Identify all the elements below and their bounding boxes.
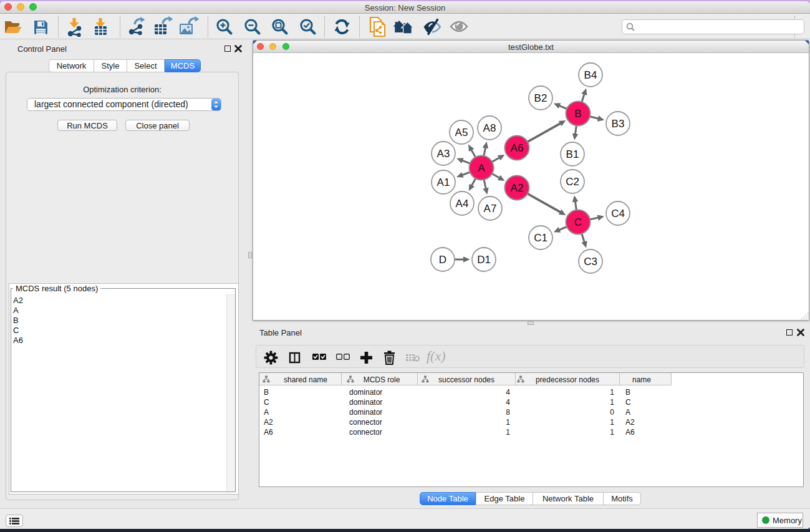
svg-text:A6: A6: [511, 142, 524, 154]
svg-text:C2: C2: [566, 176, 579, 188]
svg-text:A4: A4: [456, 198, 469, 210]
svg-text:B: B: [574, 108, 581, 120]
svg-text:A7: A7: [484, 203, 497, 215]
svg-text:A: A: [478, 162, 485, 174]
svg-text:A5: A5: [455, 127, 468, 138]
svg-text:B3: B3: [612, 118, 625, 130]
svg-text:B2: B2: [534, 92, 547, 104]
svg-text:C: C: [574, 216, 582, 228]
svg-text:A1: A1: [437, 177, 450, 188]
svg-text:A2: A2: [511, 182, 524, 194]
svg-text:B4: B4: [584, 69, 597, 81]
svg-text:A8: A8: [483, 122, 496, 134]
svg-text:C3: C3: [584, 256, 597, 268]
svg-text:A3: A3: [437, 148, 450, 160]
svg-text:D: D: [439, 254, 446, 266]
svg-text:C4: C4: [611, 208, 625, 220]
svg-text:D1: D1: [477, 254, 491, 266]
svg-text:B1: B1: [566, 148, 579, 160]
svg-text:C1: C1: [534, 232, 547, 244]
